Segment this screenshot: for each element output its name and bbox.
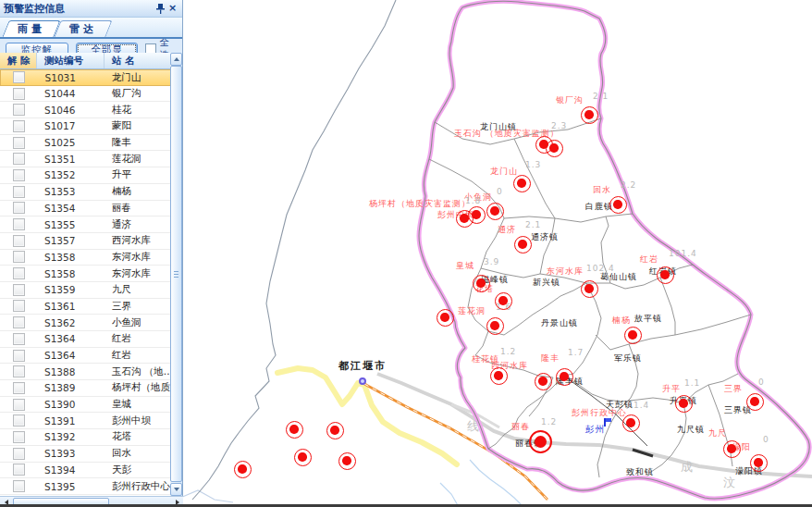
header-release[interactable]: 解 除 — [0, 53, 37, 68]
table-row[interactable]: S1364红岩 — [0, 348, 171, 365]
station-marker[interactable] — [535, 373, 552, 390]
release-checkbox[interactable] — [13, 137, 25, 149]
release-checkbox[interactable] — [13, 186, 25, 198]
table-row[interactable]: S1359九尺 — [0, 282, 171, 299]
scroll-up-button[interactable] — [170, 53, 182, 66]
release-checkbox[interactable] — [13, 235, 25, 247]
station-marker[interactable] — [468, 206, 486, 224]
release-checkbox[interactable] — [13, 480, 25, 492]
release-checkbox[interactable] — [13, 202, 25, 214]
station-marker[interactable] — [326, 422, 344, 439]
table-row[interactable]: S1389杨坪村（地质.. — [0, 380, 171, 397]
station-marker[interactable] — [486, 203, 504, 220]
release-checkbox[interactable] — [13, 431, 25, 443]
station-marker[interactable] — [286, 421, 303, 439]
station-marker[interactable] — [513, 175, 531, 192]
close-icon[interactable]: × — [166, 3, 178, 14]
table-row[interactable]: S1393回水 — [0, 446, 171, 463]
station-marker[interactable] — [609, 196, 627, 214]
table-row[interactable]: S1390皇城 — [0, 397, 171, 414]
station-marker[interactable] — [473, 275, 490, 292]
station-marker[interactable] — [723, 440, 741, 458]
release-checkbox[interactable] — [13, 218, 25, 230]
station-value: 1.7 — [568, 348, 584, 357]
station-marker-core — [440, 313, 449, 322]
table-row[interactable]: S1364红岩 — [0, 331, 171, 348]
vertical-scrollbar[interactable] — [170, 53, 182, 496]
release-checkbox[interactable] — [13, 169, 25, 181]
release-checkbox[interactable] — [13, 88, 25, 100]
table-row[interactable]: S1391彭州中坝 — [0, 413, 171, 429]
station-marker[interactable] — [437, 309, 454, 327]
station-id-cell: S1359 — [37, 284, 105, 295]
table-row[interactable]: S1354丽春 — [0, 201, 171, 217]
table-row[interactable]: S1355通济 — [0, 216, 171, 233]
release-checkbox[interactable] — [13, 448, 25, 460]
station-label: 银厂沟 — [556, 94, 584, 106]
station-name-cell: 桂花 — [105, 104, 171, 117]
table-row[interactable]: S1046桂花 — [0, 102, 171, 118]
station-marker[interactable] — [529, 430, 552, 453]
station-marker[interactable] — [546, 140, 563, 157]
station-label: 隆丰 — [541, 352, 560, 365]
release-checkbox[interactable] — [13, 104, 25, 116]
table-row[interactable]: S1361三界 — [0, 299, 171, 315]
table-row[interactable]: S1394天彭 — [0, 463, 171, 479]
release-checkbox[interactable] — [13, 464, 25, 476]
table-row[interactable]: S1352升平 — [0, 167, 171, 184]
station-marker[interactable] — [234, 461, 252, 478]
release-checkbox[interactable] — [13, 251, 25, 263]
station-marker[interactable] — [294, 449, 312, 466]
station-marker[interactable] — [675, 395, 693, 413]
station-marker[interactable] — [338, 452, 356, 470]
table-row[interactable]: S1358东河水库 — [0, 250, 171, 266]
table-row[interactable]: S1351莲花洞 — [0, 151, 171, 167]
release-checkbox[interactable] — [13, 333, 25, 345]
station-id-cell: S1392 — [37, 431, 105, 442]
release-checkbox[interactable] — [13, 414, 25, 427]
tab-radar[interactable]: 雷达 — [57, 20, 109, 37]
station-label: 丽春 — [511, 421, 530, 433]
table-body: S1031龙门山S1044银厂沟S1046桂花S1017蒙阳S1025隆丰S13… — [0, 69, 171, 495]
station-marker[interactable] — [556, 368, 573, 386]
scroll-down-button[interactable] — [170, 483, 182, 496]
release-checkbox[interactable] — [13, 316, 25, 328]
station-marker[interactable] — [514, 236, 532, 254]
table-row[interactable]: S1395彭州行政中心 — [0, 478, 171, 495]
table-row[interactable]: S1392花塔 — [0, 429, 171, 446]
station-marker[interactable] — [750, 454, 768, 472]
station-marker[interactable] — [622, 414, 640, 432]
vertical-scroll-thumb[interactable] — [170, 66, 182, 482]
station-marker[interactable] — [486, 317, 504, 335]
table-row[interactable]: S1358东河水库 — [0, 266, 171, 282]
release-checkbox[interactable] — [13, 382, 25, 394]
table-row[interactable]: S1362小鱼洞 — [0, 315, 171, 331]
table-row[interactable]: S1044银厂沟 — [0, 86, 171, 103]
station-marker[interactable] — [490, 367, 508, 385]
station-marker[interactable] — [581, 280, 598, 298]
table-row[interactable]: S1353楠杨 — [0, 184, 171, 201]
release-checkbox[interactable] — [13, 365, 25, 377]
release-checkbox[interactable] — [13, 153, 25, 165]
table-row[interactable]: S1025隆丰 — [0, 135, 171, 152]
release-checkbox[interactable] — [13, 71, 25, 83]
tab-rainfall[interactable]: 雨量 — [6, 20, 57, 37]
table-row[interactable]: S1017蒙阳 — [0, 118, 171, 135]
pin-icon[interactable] — [154, 3, 166, 14]
station-marker[interactable] — [495, 292, 512, 310]
header-station-name[interactable]: 站 名 — [105, 53, 171, 68]
release-checkbox[interactable] — [13, 399, 25, 411]
station-marker[interactable] — [746, 393, 764, 411]
station-marker[interactable] — [624, 327, 642, 344]
release-checkbox[interactable] — [13, 120, 25, 132]
station-marker[interactable] — [657, 266, 674, 284]
table-row[interactable]: S1031龙门山 — [0, 69, 171, 86]
release-checkbox[interactable] — [13, 300, 25, 312]
release-checkbox[interactable] — [13, 267, 25, 279]
header-station-id[interactable]: 测站编号 — [37, 53, 105, 68]
table-row[interactable]: S1388玉石沟 （地.. — [0, 364, 171, 380]
release-checkbox[interactable] — [13, 284, 25, 296]
table-row[interactable]: S1357西河水库 — [0, 233, 171, 250]
station-marker[interactable] — [581, 106, 598, 124]
release-checkbox[interactable] — [13, 350, 25, 362]
